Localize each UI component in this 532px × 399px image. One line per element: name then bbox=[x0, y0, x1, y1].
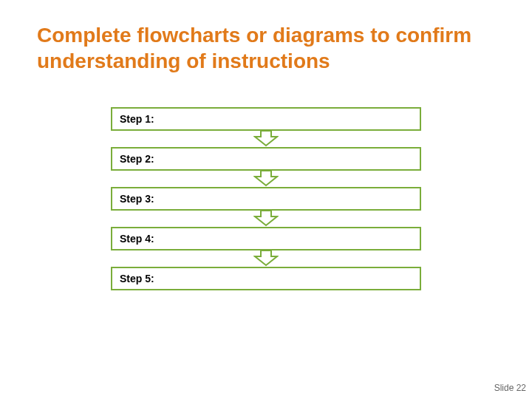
step-box-3: Step 3: bbox=[111, 187, 421, 211]
step-box-4: Step 4: bbox=[111, 227, 421, 250]
down-arrow-icon bbox=[253, 171, 279, 187]
flow-arrow bbox=[111, 131, 421, 147]
step-label: Step 3: bbox=[120, 193, 154, 205]
slide-title: Complete flowcharts or diagrams to confi… bbox=[37, 22, 480, 74]
flow-arrow bbox=[111, 171, 421, 187]
step-box-5: Step 5: bbox=[111, 267, 421, 290]
flow-arrow bbox=[111, 250, 421, 267]
down-arrow-icon bbox=[253, 250, 279, 267]
step-box-2: Step 2: bbox=[111, 147, 421, 171]
flowchart: Step 1: Step 2: Step 3: Step 4: Step 5: bbox=[111, 107, 421, 290]
flow-arrow bbox=[111, 211, 421, 227]
step-label: Step 4: bbox=[120, 233, 154, 245]
step-label: Step 1: bbox=[120, 113, 154, 125]
down-arrow-icon bbox=[253, 131, 279, 147]
step-label: Step 2: bbox=[120, 153, 154, 165]
step-box-1: Step 1: bbox=[111, 107, 421, 131]
down-arrow-icon bbox=[253, 211, 279, 227]
step-label: Step 5: bbox=[120, 273, 154, 284]
slide-number: Slide 22 bbox=[494, 383, 526, 393]
